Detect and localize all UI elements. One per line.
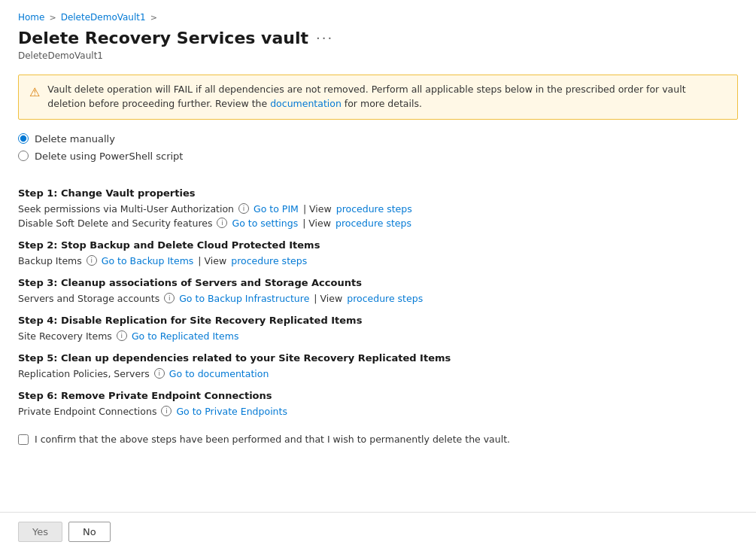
step-6-row-1-info-icon[interactable]: i [161, 406, 172, 416]
step-5-heading: Step 5: Clean up dependencies related to… [18, 352, 738, 364]
step-4-row-1: Site Recovery Items i Go to Replicated I… [18, 330, 738, 342]
radio-delete-powershell-input[interactable] [18, 151, 29, 161]
warning-text-after: for more details. [342, 98, 422, 109]
step-1-row-2-link2[interactable]: procedure steps [335, 218, 411, 229]
step-2-row-1: Backup Items i Go to Backup Items | View… [18, 255, 738, 266]
confirm-row: I confirm that the above steps have been… [18, 434, 738, 445]
step-1-row-2: Disable Soft Delete and Security feature… [18, 218, 738, 229]
breadcrumb: Home > DeleteDemoVault1 > [18, 12, 738, 23]
step-3-row-1-sep: | View [314, 293, 342, 304]
step-1-row-1-link2[interactable]: procedure steps [336, 203, 412, 215]
step-1-row-1-link1[interactable]: Go to PIM [254, 203, 299, 215]
radio-delete-manually-input[interactable] [18, 133, 29, 144]
radio-delete-powershell[interactable]: Delete using PowerShell script [18, 151, 738, 162]
step-2-row-1-link1[interactable]: Go to Backup Items [102, 255, 194, 266]
step-3-row-1: Servers and Storage accounts i Go to Bac… [18, 293, 738, 304]
step-2-row-1-label: Backup Items [18, 255, 82, 266]
step-4-row-1-label: Site Recovery Items [18, 330, 112, 342]
step-5-row-1-link1[interactable]: Go to documentation [169, 368, 269, 379]
step-1-row-2-info-icon[interactable]: i [217, 218, 227, 228]
page-subtitle: DeleteDemoVault1 [18, 50, 738, 61]
breadcrumb-sep1: > [49, 13, 56, 23]
step-2-row-1-link2[interactable]: procedure steps [231, 255, 307, 266]
step-1-row-1-sep: | View [303, 203, 332, 215]
warning-text: Vault delete operation will FAIL if all … [47, 83, 727, 111]
step-3-row-1-info-icon[interactable]: i [164, 293, 175, 303]
confirm-label[interactable]: I confirm that the above steps have been… [35, 434, 510, 445]
step-6-heading: Step 6: Remove Private Endpoint Connecti… [18, 390, 738, 401]
step-3-heading: Step 3: Cleanup associations of Servers … [18, 277, 738, 288]
breadcrumb-vault[interactable]: DeleteDemoVault1 [61, 12, 146, 23]
step-4-row-1-link1[interactable]: Go to Replicated Items [132, 330, 239, 342]
step-3-row-1-link1[interactable]: Go to Backup Infrastructure [179, 293, 309, 304]
step-2-heading: Step 2: Stop Backup and Delete Cloud Pro… [18, 239, 738, 251]
step-1-row-2-label: Disable Soft Delete and Security feature… [18, 218, 212, 229]
no-button[interactable]: No [68, 522, 111, 542]
step-4-row-1-info-icon[interactable]: i [117, 330, 127, 341]
step-6-row-1-label: Private Endpoint Connections [18, 406, 156, 417]
steps-section: Step 1: Change Vault properties Seek per… [18, 177, 738, 501]
warning-banner: ⚠ Vault delete operation will FAIL if al… [18, 75, 738, 120]
breadcrumb-home[interactable]: Home [18, 12, 44, 23]
step-4-heading: Step 4: Disable Replication for Site Rec… [18, 315, 738, 326]
step-5-row-1: Replication Policies, Servers i Go to do… [18, 368, 738, 379]
step-5-row-1-label: Replication Policies, Servers [18, 368, 150, 379]
step-3-row-1-link2[interactable]: procedure steps [347, 293, 423, 304]
footer: Yes No [0, 512, 756, 551]
breadcrumb-sep2: > [150, 13, 157, 23]
step-2-row-1-info-icon[interactable]: i [87, 255, 97, 266]
step-1-row-1-info-icon[interactable]: i [238, 203, 249, 214]
step-6-row-1: Private Endpoint Connections i Go to Pri… [18, 406, 738, 417]
more-options-icon[interactable]: ··· [316, 30, 333, 46]
step-2-row-1-sep: | View [198, 255, 226, 266]
yes-button[interactable]: Yes [18, 522, 62, 542]
step-1-heading: Step 1: Change Vault properties [18, 187, 738, 199]
step-5-row-1-info-icon[interactable]: i [154, 368, 165, 379]
confirm-checkbox[interactable] [18, 434, 29, 445]
warning-icon: ⚠ [29, 84, 40, 102]
delete-method-radio-group: Delete manually Delete using PowerShell … [18, 133, 738, 162]
step-1-row-2-link1[interactable]: Go to settings [232, 218, 298, 229]
radio-delete-powershell-label: Delete using PowerShell script [35, 151, 183, 162]
documentation-link[interactable]: documentation [270, 98, 342, 109]
step-1-row-1: Seek permissions via Multi-User Authoriz… [18, 203, 738, 215]
step-3-row-1-label: Servers and Storage accounts [18, 293, 159, 304]
page-title: Delete Recovery Services vault [18, 29, 308, 47]
step-1-row-1-label: Seek permissions via Multi-User Authoriz… [18, 203, 234, 215]
step-1-row-2-sep: | View [302, 218, 331, 229]
radio-delete-manually-label: Delete manually [35, 133, 115, 145]
step-6-row-1-link1[interactable]: Go to Private Endpoints [176, 406, 287, 417]
page-title-row: Delete Recovery Services vault ··· [18, 29, 738, 47]
radio-delete-manually[interactable]: Delete manually [18, 133, 738, 145]
